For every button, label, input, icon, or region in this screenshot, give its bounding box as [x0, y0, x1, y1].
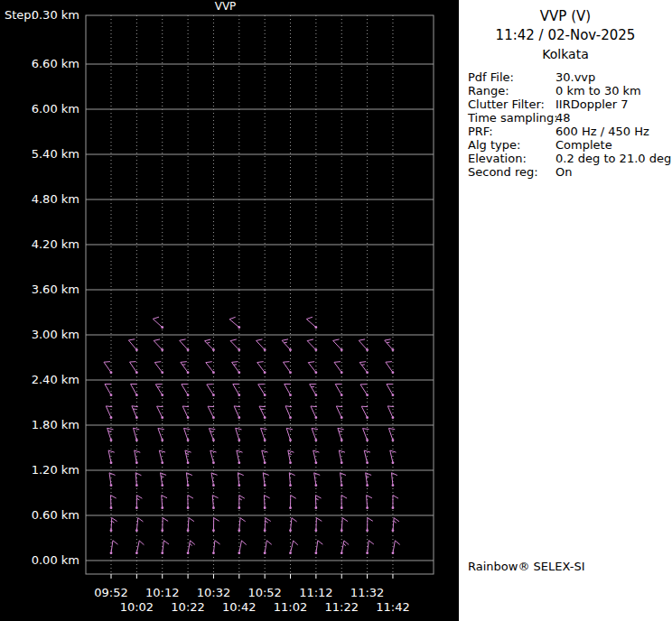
- wind-barb-origin: [314, 348, 317, 351]
- y-axis-label: 0.00 km: [32, 553, 79, 567]
- panel-title: VVP (V): [459, 8, 672, 24]
- field-value: On: [555, 165, 572, 179]
- wind-barb-origin: [110, 371, 113, 374]
- x-axis-time-label: 11:02: [274, 600, 307, 614]
- wind-barb-origin: [264, 551, 266, 554]
- wind-barb-origin: [366, 348, 369, 351]
- field-label: Time sampling:: [468, 111, 555, 125]
- wind-barb-origin: [161, 371, 163, 374]
- wind-barb-origin: [212, 506, 215, 509]
- wind-barb-origin: [212, 416, 215, 419]
- wind-barb-origin: [366, 371, 369, 374]
- wind-barb-origin: [314, 461, 317, 464]
- x-axis-time-label: 09:52: [94, 586, 127, 599]
- field-row-time-sampling: Time sampling: 48: [468, 111, 672, 125]
- panel-location: Kolkata: [459, 47, 672, 61]
- wind-barb-origin: [289, 416, 292, 419]
- x-axis-time-label: 10:12: [145, 586, 179, 599]
- wind-barb-origin: [212, 461, 215, 464]
- y-axis-label: 4.20 km: [32, 237, 79, 251]
- wind-barb-origin: [289, 484, 292, 487]
- wind-barb-origin: [341, 371, 343, 374]
- wind-barb-origin: [135, 348, 138, 351]
- wind-barb-origin: [314, 416, 317, 419]
- wind-barb-origin: [392, 529, 395, 532]
- wind-barb-origin: [187, 394, 190, 396]
- y-axis-label: 0.60 km: [32, 508, 79, 522]
- wind-barb-origin: [314, 551, 317, 554]
- x-axis-time-label: 11:32: [350, 586, 384, 599]
- wind-barb-half-tick: [210, 431, 213, 432]
- panel-fields: Pdf File: 30.vvp Range: 0 km to 30 km Cl…: [468, 70, 672, 179]
- y-axis-label: 2.40 km: [32, 373, 79, 386]
- wind-barb-origin: [161, 484, 163, 487]
- x-axis-time-label: 11:12: [299, 586, 332, 599]
- wind-barb-origin: [238, 371, 240, 374]
- y-axis-label: 4.80 km: [32, 192, 79, 206]
- wind-barb-origin: [110, 506, 113, 509]
- wind-barb-origin: [110, 551, 113, 554]
- wind-barb-origin: [264, 371, 266, 374]
- wind-barb-origin: [187, 348, 190, 351]
- wind-barb-origin: [161, 439, 163, 441]
- wind-barb-origin: [187, 484, 190, 487]
- wind-barb-origin: [289, 551, 292, 554]
- wind-barb-tick: [283, 362, 289, 363]
- wind-barb-origin: [392, 506, 395, 509]
- wind-barb-origin: [392, 371, 395, 374]
- wind-barb-origin: [392, 416, 395, 419]
- wind-barb-origin: [161, 506, 163, 509]
- field-label: Elevation:: [468, 152, 555, 165]
- wind-barb-origin: [110, 461, 113, 464]
- wind-barb-origin: [238, 551, 240, 554]
- field-row-range: Range: 0 km to 30 km: [468, 84, 672, 97]
- wind-barb-origin: [238, 394, 240, 396]
- field-label: Alg type:: [468, 138, 555, 152]
- wind-barb-origin: [238, 529, 240, 532]
- x-axis-time-label: 10:32: [197, 586, 230, 599]
- field-label: Second reg:: [468, 165, 555, 179]
- y-axis-label: 3.60 km: [32, 283, 79, 296]
- wind-barb-origin: [264, 461, 266, 464]
- chart-title: VVP: [215, 0, 237, 13]
- field-label: Clutter Filter:: [468, 97, 555, 111]
- wind-barb-origin: [264, 416, 266, 419]
- wind-barb-origin: [392, 439, 395, 441]
- wind-barb-origin: [314, 506, 317, 509]
- wind-barb-origin: [341, 506, 343, 509]
- wind-barb-origin: [212, 439, 215, 441]
- wind-barb-origin: [341, 394, 343, 396]
- wind-barb-origin: [238, 439, 240, 441]
- wind-barb-tick: [182, 406, 189, 407]
- wind-barb-origin: [135, 461, 138, 464]
- wind-barb-origin: [238, 416, 240, 419]
- wind-barb-origin: [289, 394, 292, 396]
- wind-barb-origin: [135, 551, 138, 554]
- wind-barb-origin: [314, 529, 317, 532]
- field-value: Complete: [555, 138, 612, 152]
- field-row-alg-type: Alg type: Complete: [468, 138, 672, 152]
- wind-barb-origin: [161, 461, 163, 464]
- wind-barb-origin: [110, 484, 113, 487]
- wind-barb-origin: [212, 551, 215, 554]
- wind-barb-origin: [187, 506, 190, 509]
- wind-barb-tick: [181, 362, 187, 363]
- wind-barb-origin: [135, 371, 138, 374]
- field-row-elevation: Elevation: 0.2 deg to 21.0 deg: [468, 152, 672, 165]
- wind-barb-origin: [341, 416, 343, 419]
- wind-barb-origin: [366, 506, 369, 509]
- wind-barb-origin: [341, 529, 343, 532]
- wind-barb-origin: [161, 348, 163, 351]
- y-axis-label: 3.00 km: [32, 328, 79, 341]
- wind-barb-origin: [341, 484, 343, 487]
- wind-barb-tick: [104, 362, 110, 363]
- wind-barb-origin: [264, 529, 266, 532]
- wind-barb-tick: [259, 406, 266, 407]
- field-value: IIRDoppler 7: [555, 97, 629, 111]
- field-value: 48: [555, 111, 571, 125]
- wind-barb-origin: [238, 461, 240, 464]
- wind-barb-origin: [161, 394, 163, 396]
- wind-barb-origin: [135, 506, 138, 509]
- wind-barb-origin: [314, 484, 317, 487]
- wind-barb-origin: [264, 439, 266, 441]
